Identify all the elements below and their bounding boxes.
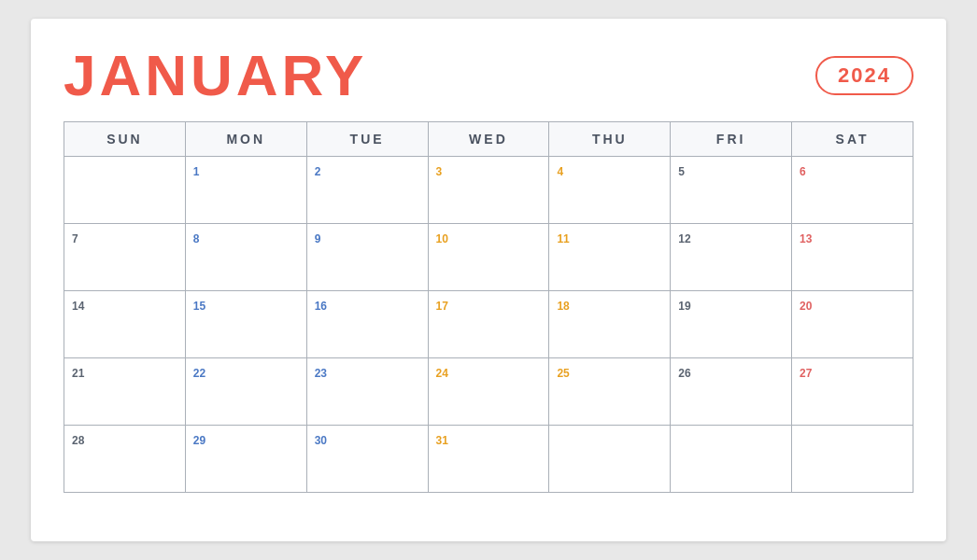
- day-cell[interactable]: 28: [64, 426, 186, 493]
- day-number: 15: [193, 300, 205, 313]
- header-sat: SAT: [792, 122, 913, 157]
- day-cell[interactable]: [671, 426, 792, 493]
- header-sun: SUN: [64, 122, 186, 157]
- month-title: JANUARY: [64, 47, 367, 105]
- day-cell[interactable]: 9: [306, 224, 428, 291]
- day-number: 24: [436, 367, 448, 380]
- day-number: 8: [193, 232, 200, 245]
- day-cell[interactable]: 17: [428, 291, 549, 358]
- header-thu: THU: [549, 122, 671, 157]
- day-number: 9: [315, 232, 321, 245]
- day-cell[interactable]: 11: [549, 224, 671, 291]
- day-number: 25: [557, 367, 569, 380]
- day-cell[interactable]: 20: [792, 291, 913, 358]
- header-fri: FRI: [671, 122, 792, 157]
- day-number: 13: [800, 232, 812, 245]
- day-cell[interactable]: 25: [549, 358, 671, 426]
- day-cell[interactable]: 12: [671, 224, 792, 291]
- day-cell[interactable]: 24: [428, 358, 549, 426]
- day-cell[interactable]: 14: [64, 291, 186, 358]
- day-number: 10: [436, 232, 448, 245]
- days-header-row: SUN MON TUE WED THU FRI SAT: [64, 122, 913, 157]
- day-number: 23: [315, 367, 327, 380]
- day-number: 28: [72, 434, 84, 447]
- day-number: 2: [315, 165, 321, 178]
- calendar-container: JANUARY 2024 SUN MON TUE WED THU FRI SAT…: [31, 19, 946, 541]
- day-cell[interactable]: 18: [549, 291, 671, 358]
- day-cell[interactable]: [792, 426, 913, 493]
- week-row-5: 28293031: [64, 426, 913, 493]
- day-number: 1: [193, 165, 200, 178]
- day-number: 11: [557, 232, 569, 245]
- day-cell[interactable]: 3: [428, 157, 549, 224]
- day-cell[interactable]: 2: [306, 157, 428, 224]
- calendar-grid: SUN MON TUE WED THU FRI SAT 123456789101…: [64, 121, 913, 493]
- day-cell[interactable]: 27: [792, 358, 913, 426]
- header-wed: WED: [428, 122, 549, 157]
- day-cell[interactable]: 31: [428, 426, 549, 493]
- day-number: 18: [557, 300, 569, 313]
- day-number: 5: [678, 165, 685, 178]
- day-cell[interactable]: 21: [64, 358, 186, 426]
- day-cell[interactable]: [549, 426, 671, 493]
- day-cell[interactable]: 30: [306, 426, 428, 493]
- day-cell[interactable]: 6: [792, 157, 913, 224]
- day-number: 20: [800, 300, 812, 313]
- day-number: 19: [678, 300, 690, 313]
- day-cell[interactable]: 22: [185, 358, 306, 426]
- day-cell[interactable]: 13: [792, 224, 913, 291]
- day-number: 22: [193, 367, 205, 380]
- day-number: 7: [72, 232, 78, 245]
- day-cell[interactable]: 26: [671, 358, 792, 426]
- day-number: 27: [800, 367, 812, 380]
- day-number: 16: [315, 300, 327, 313]
- header-tue: TUE: [306, 122, 428, 157]
- day-number: 21: [72, 367, 84, 380]
- day-number: 6: [800, 165, 806, 178]
- day-cell[interactable]: 23: [306, 358, 428, 426]
- year-badge: 2024: [815, 56, 913, 95]
- day-number: 31: [436, 434, 448, 447]
- day-number: 4: [557, 165, 563, 178]
- week-row-1: 123456: [64, 157, 913, 224]
- day-number: 17: [436, 300, 448, 313]
- week-row-2: 78910111213: [64, 224, 913, 291]
- day-number: 14: [72, 300, 84, 313]
- week-row-3: 14151617181920: [64, 291, 913, 358]
- day-cell[interactable]: 7: [64, 224, 186, 291]
- day-cell[interactable]: 10: [428, 224, 549, 291]
- day-cell[interactable]: 4: [549, 157, 671, 224]
- day-number: 12: [678, 232, 690, 245]
- header-mon: MON: [185, 122, 306, 157]
- day-cell[interactable]: 16: [306, 291, 428, 358]
- day-number: 26: [678, 367, 690, 380]
- day-number: 30: [315, 434, 327, 447]
- day-cell[interactable]: 5: [671, 157, 792, 224]
- calendar-header: JANUARY 2024: [64, 47, 913, 105]
- week-row-4: 21222324252627: [64, 358, 913, 426]
- day-cell[interactable]: [64, 157, 186, 224]
- day-cell[interactable]: 1: [185, 157, 306, 224]
- day-number: 3: [436, 165, 443, 178]
- day-number: 29: [193, 434, 205, 447]
- day-cell[interactable]: 15: [185, 291, 306, 358]
- day-cell[interactable]: 8: [185, 224, 306, 291]
- day-cell[interactable]: 29: [185, 426, 306, 493]
- day-cell[interactable]: 19: [671, 291, 792, 358]
